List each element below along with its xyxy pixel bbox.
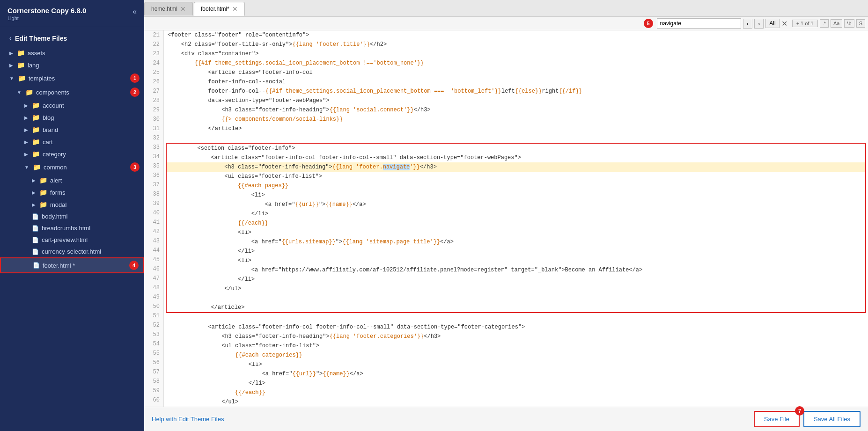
folder-icon: 📁 <box>32 114 40 121</box>
folder-icon: 📁 <box>39 176 47 184</box>
code-line: <article class="footer-info-col footer-i… <box>167 153 865 162</box>
code-line: <li> <box>167 228 865 237</box>
code-editor: 2122232425262728293031323334353637383940… <box>144 30 868 407</box>
chevron-icon: ▶ <box>24 139 28 145</box>
bottom-buttons: Save File 7 Save All Files <box>754 411 861 427</box>
sidebar-item-category[interactable]: ▶ 📁 category <box>0 148 144 160</box>
code-line: {{#if theme_settings.social_icon_placeme… <box>164 58 868 68</box>
file-icon: 📄 <box>32 213 39 220</box>
sidebar-item-label: components <box>36 89 69 96</box>
code-line: <li> <box>164 360 868 369</box>
sidebar-item-currency-selector-html[interactable]: 📄 currency-selector.html <box>0 246 144 257</box>
sidebar-item-breadcrumbs-html[interactable]: 📄 breadcrumbs.html <box>0 222 144 234</box>
code-line <box>164 133 868 143</box>
sidebar-item-modal[interactable]: ▶ 📁 modal <box>0 198 144 211</box>
sidebar-item-body-html[interactable]: 📄 body.html <box>0 211 144 222</box>
badge-2: 2 <box>130 88 140 97</box>
close-tab-icon[interactable]: ✕ <box>180 5 186 13</box>
code-line: </ul> <box>164 397 868 407</box>
tab-home-html[interactable]: home.html ✕ <box>144 2 193 15</box>
sidebar-item-common[interactable]: ▼ 📁 common 3 <box>0 160 144 174</box>
main-editor: home.html ✕ footer.html* ✕ 5 ‹ › All ✕ +… <box>144 0 868 431</box>
chevron-icon: ▶ <box>24 103 28 108</box>
sidebar-item-cart-preview-html[interactable]: 📄 cart-preview.html <box>0 234 144 246</box>
code-line: footer-info-col--{{#if theme_settings.so… <box>164 87 868 96</box>
chevron-icon: ▶ <box>32 202 36 207</box>
code-line: {{/each}} <box>167 219 865 228</box>
sidebar-item-label: cart-preview.html <box>42 236 88 243</box>
save-file-label: Save File <box>764 416 789 423</box>
search-case-button[interactable]: Aa <box>831 19 842 28</box>
sidebar-item-label: modal <box>50 201 66 208</box>
sidebar-item-footer-html[interactable]: 📄 footer.html * 4 <box>0 257 144 273</box>
code-line: </li> <box>167 209 865 219</box>
code-line: <a href="https://www.affiliatly.com/af-1… <box>167 265 865 275</box>
sidebar-item-label: cart <box>43 139 53 146</box>
sidebar-item-brand[interactable]: ▶ 📁 brand <box>0 124 144 136</box>
sidebar-item-templates[interactable]: ▼ 📁 templates 1 <box>0 71 144 85</box>
search-input[interactable] <box>657 18 741 29</box>
code-line: <div class="container"> <box>164 49 868 58</box>
sidebar-item-blog[interactable]: ▶ 📁 blog <box>0 111 144 124</box>
code-line: <h3 class="footer-info-heading">{{lang '… <box>167 162 865 172</box>
sidebar-item-alert[interactable]: ▶ 📁 alert <box>0 174 144 186</box>
search-s-button[interactable]: S <box>856 19 865 28</box>
bottom-bar: Help with Edit Theme Files Save File 7 S… <box>144 407 868 431</box>
code-line: {{#each pages}} <box>167 181 865 190</box>
folder-icon: 📁 <box>33 163 41 171</box>
chevron-icon: ▶ <box>24 152 28 157</box>
sidebar-item-account[interactable]: ▶ 📁 account <box>0 99 144 111</box>
sidebar-item-label: blog <box>43 114 54 121</box>
editor-topbar: 5 ‹ › All ✕ + 1 of 1 .* Aa \b S <box>144 17 868 30</box>
sidebar-item-label: lang <box>28 62 39 69</box>
search-regex-button[interactable]: .* <box>820 19 829 28</box>
help-link[interactable]: Help with Edit Theme Files <box>152 416 224 423</box>
code-area[interactable]: <footer class="footer" role="contentinfo… <box>164 30 868 407</box>
sidebar-item-cart[interactable]: ▶ 📁 cart <box>0 136 144 148</box>
file-icon: 📄 <box>32 248 39 255</box>
save-all-label: Save All Files <box>814 416 850 423</box>
search-close-button[interactable]: ✕ <box>781 19 787 28</box>
code-line: {{/each}} <box>164 388 868 397</box>
chevron-icon: ▶ <box>24 127 28 132</box>
sidebar-tree: ▶ 📁 assets ▶ 📁 lang ▼ 📁 templates 1 ▼ 📁 … <box>0 47 144 431</box>
file-icon: 📄 <box>32 237 39 243</box>
code-line: data-section-type="footer-webPages"> <box>164 96 868 105</box>
code-line: {{#each categories}} <box>164 351 868 360</box>
code-line: <a href="{{urls.sitemap}}">{{lang 'sitem… <box>167 237 865 247</box>
sidebar-item-lang[interactable]: ▶ 📁 lang <box>0 59 144 71</box>
save-all-files-button[interactable]: Save All Files <box>803 411 861 427</box>
sidebar-collapse-button[interactable]: « <box>132 7 137 16</box>
red-outline-section: <section class="footer-info"> <article c… <box>166 143 866 313</box>
save-file-button-wrap: Save File 7 <box>754 411 800 427</box>
sidebar-item-label: category <box>43 151 66 158</box>
tab-footer-html[interactable]: footer.html* ✕ <box>194 2 245 16</box>
search-word-button[interactable]: \b <box>844 19 854 28</box>
folder-icon: 📁 <box>18 74 26 82</box>
badge-4: 4 <box>129 261 139 270</box>
sidebar-item-components[interactable]: ▼ 📁 components 2 <box>0 85 144 99</box>
sidebar-item-forms[interactable]: ▶ 📁 forms <box>0 186 144 198</box>
search-next-button[interactable]: › <box>754 19 764 29</box>
code-line: <h2 class="footer-title-sr-only">{{lang … <box>164 40 868 49</box>
folder-icon: 📁 <box>32 126 40 133</box>
search-prev-button[interactable]: ‹ <box>743 19 752 29</box>
save-file-button[interactable]: Save File <box>754 411 800 427</box>
tab-label: home.html <box>151 6 177 12</box>
code-line: <ul class="footer-info-list"> <box>164 341 868 351</box>
code-line: {{> components/common/social-links}} <box>164 115 868 124</box>
badge-1: 1 <box>130 73 140 83</box>
chevron-icon: ▶ <box>9 51 13 56</box>
close-tab-icon[interactable]: ✕ <box>232 5 238 13</box>
code-line: </article> <box>164 124 868 133</box>
search-all-button[interactable]: All <box>765 19 779 28</box>
sidebar-item-label: footer.html * <box>43 262 75 269</box>
sidebar-item-label: breadcrumbs.html <box>42 225 90 232</box>
tab-bar: home.html ✕ footer.html* ✕ <box>144 0 868 17</box>
chevron-icon: ▶ <box>32 190 36 195</box>
code-line: <footer class="footer" role="contentinfo… <box>164 30 868 40</box>
code-line: </li> <box>167 275 865 284</box>
sidebar-item-assets[interactable]: ▶ 📁 assets <box>0 47 144 59</box>
sidebar-item-label: forms <box>50 189 66 196</box>
code-line: <article class="footer-info-col footer-i… <box>164 322 868 332</box>
